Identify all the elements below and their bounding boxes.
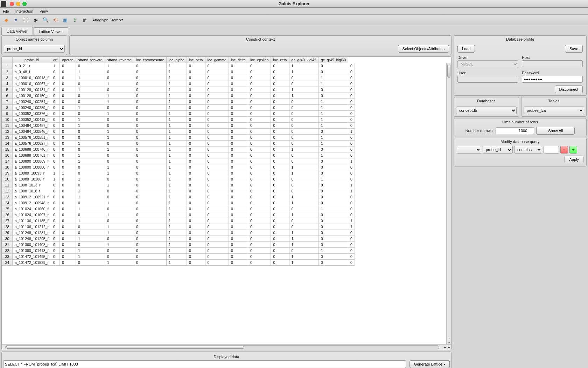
cell[interactable]: 0 [205, 170, 229, 176]
cell[interactable]: 1 [105, 200, 134, 206]
table-row[interactable]: 32a_101360_101413_f00100100000010 [2, 248, 355, 254]
cell[interactable]: 0 [134, 224, 167, 230]
column-header[interactable]: loc_epsilon [248, 57, 271, 63]
cell[interactable]: 1 [166, 230, 187, 236]
cell[interactable]: 1 [166, 135, 187, 141]
cell[interactable]: a_101360_101408_r [13, 242, 51, 248]
cell[interactable]: 0 [105, 176, 134, 182]
object-names-select[interactable]: probe_id [4, 45, 65, 53]
cell[interactable]: 0 [348, 69, 355, 75]
cell[interactable]: 1 [289, 164, 318, 170]
cell[interactable]: 0 [348, 176, 355, 182]
cell[interactable]: 0 [134, 248, 167, 254]
cell[interactable]: 0 [248, 69, 271, 75]
cell[interactable]: 1 [289, 63, 318, 69]
cell[interactable]: 0 [318, 212, 348, 218]
cell[interactable]: 0 [205, 105, 229, 111]
cell[interactable]: 0 [51, 164, 59, 170]
cell[interactable]: 0 [289, 188, 318, 194]
cell[interactable]: 0 [205, 135, 229, 141]
zoom-icon[interactable] [22, 2, 27, 6]
cell[interactable]: 0 [229, 69, 248, 75]
query-and-or-select[interactable] [457, 146, 481, 154]
cell[interactable]: 1 [289, 260, 318, 266]
cell[interactable]: 0 [271, 129, 289, 135]
cell[interactable]: 0 [229, 194, 248, 200]
cell[interactable]: 0 [60, 87, 76, 93]
cell[interactable]: 0 [76, 93, 105, 99]
table-row[interactable]: 4a_100016_100067_r00010100000010 [2, 81, 355, 87]
cell[interactable]: 0 [51, 135, 59, 141]
cell[interactable]: 1 [76, 248, 105, 254]
cell[interactable]: 0 [205, 99, 229, 105]
cell[interactable]: 0 [229, 212, 248, 218]
cell[interactable]: 0 [289, 206, 318, 212]
cell[interactable]: 0 [134, 105, 167, 111]
cell[interactable]: 0 [205, 81, 229, 87]
cell[interactable]: 0 [76, 224, 105, 230]
cell[interactable]: 1 [76, 105, 105, 111]
column-header[interactable]: loc_gamma [205, 57, 229, 63]
cell[interactable]: 0 [187, 176, 205, 182]
cell[interactable]: 1 [318, 152, 348, 158]
cell[interactable]: 1 [76, 117, 105, 123]
cell[interactable]: 0 [205, 146, 229, 152]
cell[interactable]: 0 [229, 87, 248, 93]
cell[interactable]: 0 [134, 218, 167, 224]
cell[interactable]: 0 [289, 158, 318, 164]
cell[interactable]: 0 [271, 248, 289, 254]
cell[interactable]: 0 [51, 158, 59, 164]
cell[interactable]: 1 [76, 87, 105, 93]
cell[interactable]: 0 [229, 248, 248, 254]
cell[interactable]: a_100576_100581_r [13, 135, 51, 141]
cell[interactable]: 0 [229, 63, 248, 69]
cell[interactable]: 0 [187, 218, 205, 224]
cell[interactable]: 0 [229, 242, 248, 248]
cell[interactable]: 0 [187, 170, 205, 176]
tool-icon-1[interactable]: ◆ [3, 16, 10, 23]
table-row[interactable]: 18a_100800_100880_r00010100000100 [2, 164, 355, 170]
vertical-scrollbar[interactable]: ▴ ▾ [446, 63, 451, 344]
cell[interactable]: 0 [271, 206, 289, 212]
cell[interactable]: 0 [348, 260, 355, 266]
cell[interactable]: 0 [318, 63, 348, 69]
disconnect-button[interactable]: Disconnect [555, 86, 583, 93]
cell[interactable]: a_1008_1013_r [13, 182, 51, 188]
cell[interactable]: 1 [289, 93, 318, 99]
cell[interactable]: 0 [205, 111, 229, 117]
cell[interactable]: 0 [248, 105, 271, 111]
cell[interactable]: a_10080_10093_r [13, 170, 51, 176]
table-row[interactable]: 15a_100688_100746_r00010100000100 [2, 146, 355, 152]
cell[interactable]: 1 [51, 63, 59, 69]
cell[interactable]: 0 [134, 194, 167, 200]
export-icon[interactable]: ⇪ [71, 16, 78, 23]
table-row[interactable]: 9a_100352_100376_r00010100000010 [2, 111, 355, 117]
cell[interactable]: 0 [205, 230, 229, 236]
cell[interactable]: 0 [205, 236, 229, 242]
cell[interactable]: 0 [248, 146, 271, 152]
cell[interactable]: a_100688_100746_r [13, 146, 51, 152]
cell[interactable]: 0 [318, 254, 348, 260]
table-row[interactable]: 6a_100128_100150_r00010100000100 [2, 93, 355, 99]
cell[interactable]: 0 [51, 236, 59, 242]
cell[interactable]: 0 [271, 87, 289, 93]
cell[interactable]: 0 [60, 200, 76, 206]
cell[interactable]: 0 [318, 69, 348, 75]
tool-icon-4[interactable]: ◉ [32, 16, 39, 23]
cell[interactable]: 0 [134, 236, 167, 242]
cell[interactable]: 1 [51, 176, 59, 182]
cell[interactable]: 0 [105, 194, 134, 200]
cell[interactable]: 0 [134, 93, 167, 99]
cell[interactable]: 0 [348, 248, 355, 254]
cell[interactable]: 0 [289, 81, 318, 87]
cell[interactable]: 1 [105, 182, 134, 188]
add-condition-icon[interactable]: + [569, 146, 577, 154]
cell[interactable]: 1 [318, 99, 348, 105]
cell[interactable]: 0 [271, 236, 289, 242]
cell[interactable]: 0 [76, 230, 105, 236]
table-row[interactable]: 20a_10080_10106_f10100100000010 [2, 176, 355, 182]
cell[interactable]: 1 [166, 170, 187, 176]
cell[interactable]: 0 [187, 75, 205, 81]
cell[interactable]: 1 [105, 99, 134, 105]
cell[interactable]: 0 [187, 146, 205, 152]
